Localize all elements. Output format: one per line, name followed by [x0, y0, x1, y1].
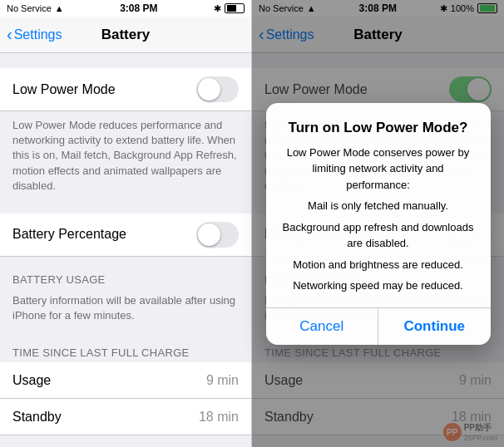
dialog-bullet-2: Background app refresh and downloads are… [279, 219, 477, 252]
left-panel: No Service ▲ 3:08 PM ✱ ‹ Settings Batter… [0, 0, 252, 447]
dialog-bullet-1: Mail is only fetched manually. [279, 198, 477, 214]
standby-label-left: Standby [12, 410, 62, 425]
section-header-battery-usage-left: BATTERY USAGE [0, 268, 251, 289]
dialog-bullet-3: Motion and brightness are reduced. [279, 257, 477, 273]
dialog-message: Low Power Mode conserves power by limiti… [279, 145, 477, 294]
section-desc-battery-usage-left: Battery information will be available af… [0, 289, 251, 330]
dialog-intro: Low Power Mode conserves power by limiti… [279, 145, 477, 194]
wifi-icon: ▲ [55, 3, 64, 13]
toggle-battery-percentage-left[interactable] [196, 222, 239, 248]
toggle-knob-bp-left [198, 224, 220, 246]
nav-title-left: Battery [101, 27, 151, 43]
cancel-button[interactable]: Cancel [266, 308, 379, 345]
standby-value-left: 18 min [199, 410, 239, 425]
low-power-description-left: Low Power Mode reduces performance and n… [0, 111, 251, 202]
dialog-buttons: Cancel Continue [266, 307, 491, 345]
status-left: No Service ▲ [7, 3, 64, 13]
cell-low-power-mode-left[interactable]: Low Power Mode [0, 68, 251, 111]
section-header-time-left: TIME SINCE LAST FULL CHARGE [0, 341, 251, 362]
cell-usage-left: Usage 9 min [0, 362, 251, 399]
right-panel: No Service ▲ 3:08 PM ✱ 100% ‹ Settings B… [252, 0, 504, 447]
dialog-title: Turn on Low Power Mode? [279, 120, 477, 136]
nav-bar-left: ‹ Settings Battery [0, 17, 251, 53]
settings-content-left: Low Power Mode Low Power Mode reduces pe… [0, 53, 251, 447]
usage-label-left: Usage [12, 373, 51, 388]
bluetooth-icon-left: ✱ [214, 3, 221, 14]
cell-standby-left: Standby 18 min [0, 399, 251, 435]
toggle-knob-left [198, 78, 220, 101]
dialog-overlay: Turn on Low Power Mode? Low Power Mode c… [252, 0, 504, 447]
dialog-bullet-4: Networking speed may be reduced. [279, 278, 477, 294]
dialog-body: Turn on Low Power Mode? Low Power Mode c… [266, 103, 491, 307]
back-label-left: Settings [14, 27, 62, 42]
alert-dialog: Turn on Low Power Mode? Low Power Mode c… [266, 103, 491, 345]
battery-percentage-label-left: Battery Percentage [12, 227, 126, 242]
time-left: 3:08 PM [120, 2, 157, 14]
battery-icon-left [225, 3, 245, 13]
cell-battery-percentage-left[interactable]: Battery Percentage [0, 214, 251, 257]
usage-value-left: 9 min [206, 373, 239, 388]
back-button-left[interactable]: ‹ Settings [7, 27, 62, 42]
carrier-left: No Service [7, 3, 52, 13]
status-bar-left: No Service ▲ 3:08 PM ✱ [0, 0, 251, 17]
toggle-low-power-left[interactable] [196, 76, 239, 102]
status-right-left: ✱ [214, 3, 245, 14]
back-chevron-left: ‹ [7, 26, 12, 42]
continue-button[interactable]: Continue [378, 308, 491, 345]
low-power-label-left: Low Power Mode [12, 82, 116, 97]
